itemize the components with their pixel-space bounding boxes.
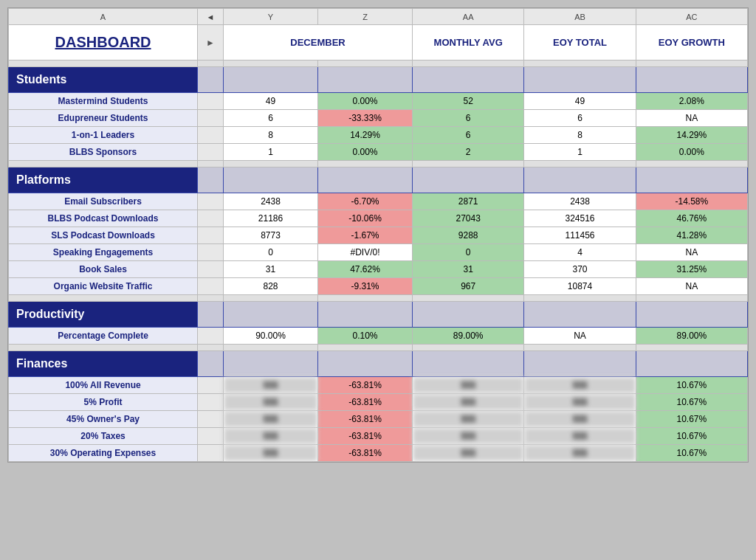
december-header: DECEMBER xyxy=(223,25,412,61)
spacer-3 xyxy=(9,295,748,302)
book-sales-label: Book Sales xyxy=(9,261,198,278)
spreadsheet-container: A ◄ Y Z AA AB AC DASHBOARD ► DECEMBER MO… xyxy=(7,7,749,463)
eoy-growth-header: EOY GROWTH xyxy=(636,25,747,61)
email-subscribers-z: -6.70% xyxy=(318,193,413,210)
leaders-row: 1-on-1 Leaders 8 14.29% 6 8 14.29% xyxy=(9,127,748,144)
profit-ac: 10.67% xyxy=(636,394,747,411)
owners-pay-ab: $$$ xyxy=(524,411,636,428)
blbs-podcast-y: 21186 xyxy=(223,210,317,227)
blbs-podcast-z: -10.06% xyxy=(318,210,413,227)
platforms-label: Platforms xyxy=(9,167,198,193)
students-label: Students xyxy=(9,67,198,93)
taxes-label: 20% Taxes xyxy=(9,428,198,445)
speaking-label: Speaking Engagements xyxy=(9,244,198,261)
organic-traffic-aa: 967 xyxy=(413,278,524,295)
mastermind-nav xyxy=(198,93,224,110)
owners-pay-row: 45% Owner's Pay $$$ -63.81% $$$ $$$ 10.6… xyxy=(9,411,748,428)
dashboard-title: DASHBOARD xyxy=(9,25,198,61)
nav-right-arrow[interactable]: ► xyxy=(198,25,224,61)
speaking-z: #DIV/0! xyxy=(318,244,413,261)
organic-traffic-ac: NA xyxy=(636,278,747,295)
edupreneur-y: 6 xyxy=(223,110,317,127)
sls-podcast-label: SLS Podcast Downloads xyxy=(9,227,198,244)
blbs-podcast-aa: 27043 xyxy=(413,210,524,227)
platforms-section-header: Platforms xyxy=(9,167,748,193)
edupreneur-aa: 6 xyxy=(413,110,524,127)
spacer-2 xyxy=(9,161,748,167)
email-subscribers-ac: -14.58% xyxy=(636,193,747,210)
students-z xyxy=(318,67,413,93)
taxes-y: $$$ xyxy=(223,428,317,445)
email-subscribers-ab: 2438 xyxy=(524,193,636,210)
email-subscribers-label: Email Subscribers xyxy=(9,193,198,210)
students-aa xyxy=(413,67,524,93)
spacer-4 xyxy=(9,345,748,351)
all-revenue-aa: $$$ xyxy=(413,377,524,394)
all-revenue-row: 100% All Revenue $$$ -63.81% $$$ $$$ 10.… xyxy=(9,377,748,394)
profit-row: 5% Profit $$$ -63.81% $$$ $$$ 10.67% xyxy=(9,394,748,411)
students-section-header: Students xyxy=(9,67,748,93)
owners-pay-label: 45% Owner's Pay xyxy=(9,411,198,428)
blbs-sponsors-y: 1 xyxy=(223,144,317,161)
blbs-podcast-row: BLBS Podcast Downloads 21186 -10.06% 270… xyxy=(9,210,748,227)
blbs-sponsors-aa: 2 xyxy=(413,144,524,161)
organic-traffic-y: 828 xyxy=(223,278,317,295)
leaders-aa: 6 xyxy=(413,127,524,144)
organic-traffic-label: Organic Website Traffic xyxy=(9,278,198,295)
operating-expenses-y: $$$ xyxy=(223,445,317,462)
edupreneur-nav xyxy=(198,110,224,127)
finances-section-header: Finances xyxy=(9,351,748,377)
edupreneur-ab: 6 xyxy=(524,110,636,127)
monthly-avg-header: MONTHLY AVG xyxy=(413,25,524,61)
productivity-section-header: Productivity xyxy=(9,302,748,328)
blbs-sponsors-z: 0.00% xyxy=(318,144,413,161)
leaders-z: 14.29% xyxy=(318,127,413,144)
pct-complete-z: 0.10% xyxy=(318,328,413,345)
speaking-aa: 0 xyxy=(413,244,524,261)
all-revenue-ab: $$$ xyxy=(524,377,636,394)
pct-complete-row: Percentage Complete 90.00% 0.10% 89.00% … xyxy=(9,328,748,345)
spacer-1 xyxy=(9,61,748,67)
speaking-row: Speaking Engagements 0 #DIV/0! 0 4 NA xyxy=(9,244,748,261)
sls-podcast-z: -1.67% xyxy=(318,227,413,244)
sls-podcast-ab: 111456 xyxy=(524,227,636,244)
edupreneur-students-row: Edupreneur Students 6 -33.33% 6 6 NA xyxy=(9,110,748,127)
owners-pay-ac: 10.67% xyxy=(636,411,747,428)
pct-complete-label: Percentage Complete xyxy=(9,328,198,345)
title-row: DASHBOARD ► DECEMBER MONTHLY AVG EOY TOT… xyxy=(9,25,748,61)
owners-pay-y: $$$ xyxy=(223,411,317,428)
pct-complete-ab: NA xyxy=(524,328,636,345)
col-a-header: A xyxy=(9,9,198,25)
edupreneur-label: Edupreneur Students xyxy=(9,110,198,127)
sls-podcast-y: 8773 xyxy=(223,227,317,244)
pct-complete-aa: 89.00% xyxy=(413,328,524,345)
book-sales-y: 31 xyxy=(223,261,317,278)
blbs-sponsors-ab: 1 xyxy=(524,144,636,161)
col-z-header: Z xyxy=(318,9,413,25)
organic-traffic-z: -9.31% xyxy=(318,278,413,295)
sls-podcast-row: SLS Podcast Downloads 8773 -1.67% 9288 1… xyxy=(9,227,748,244)
operating-expenses-ac: 10.67% xyxy=(636,445,747,462)
col-nav-header[interactable]: ◄ xyxy=(198,9,224,25)
profit-label: 5% Profit xyxy=(9,394,198,411)
blbs-podcast-label: BLBS Podcast Downloads xyxy=(9,210,198,227)
col-ac-header: AC xyxy=(636,9,747,25)
operating-expenses-ab: $$$ xyxy=(524,445,636,462)
blbs-sponsors-label: BLBS Sponsors xyxy=(9,144,198,161)
email-subscribers-aa: 2871 xyxy=(413,193,524,210)
blbs-podcast-ab: 324516 xyxy=(524,210,636,227)
all-revenue-z: -63.81% xyxy=(318,377,413,394)
mastermind-y: 49 xyxy=(223,93,317,110)
profit-y: $$$ xyxy=(223,394,317,411)
all-revenue-ac: 10.67% xyxy=(636,377,747,394)
finances-label: Finances xyxy=(9,351,198,377)
profit-aa: $$$ xyxy=(413,394,524,411)
leaders-y: 8 xyxy=(223,127,317,144)
blbs-sponsors-nav xyxy=(198,144,224,161)
leaders-ac: 14.29% xyxy=(636,127,747,144)
pct-complete-y: 90.00% xyxy=(223,328,317,345)
taxes-row: 20% Taxes $$$ -63.81% $$$ $$$ 10.67% xyxy=(9,428,748,445)
productivity-label: Productivity xyxy=(9,302,198,328)
operating-expenses-label: 30% Operating Expenses xyxy=(9,445,198,462)
leaders-ab: 8 xyxy=(524,127,636,144)
